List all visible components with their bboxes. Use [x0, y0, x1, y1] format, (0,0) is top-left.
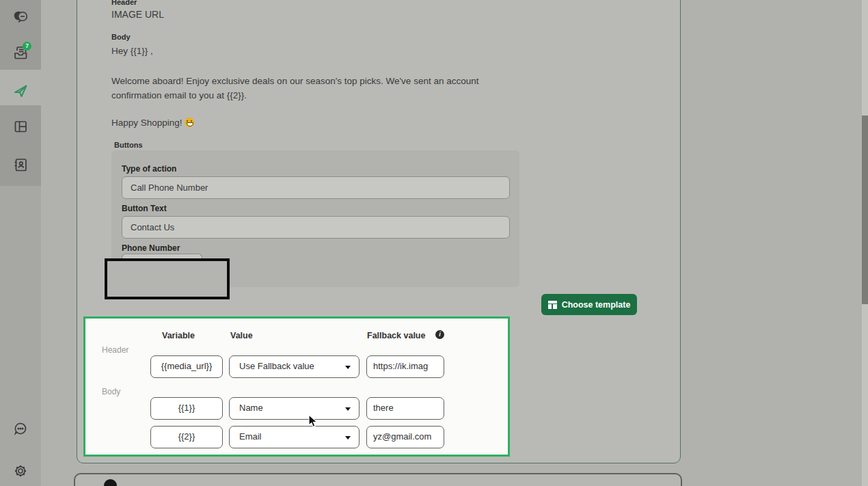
section-label-body: Body — [102, 387, 120, 396]
redaction-box — [105, 258, 230, 299]
app-root: 7 — [0, 0, 868, 486]
layout-board-icon[interactable] — [12, 118, 29, 135]
button-text-label: Button Text — [122, 204, 167, 213]
gear-icon[interactable] — [12, 463, 29, 479]
column-header-value: Value — [230, 331, 253, 340]
fallback-input-2[interactable]: yz@gmail.com — [366, 426, 444, 448]
value-select-media-url-text: Use Fallback value — [239, 361, 314, 371]
value-select-2-text: Email — [239, 431, 262, 442]
chevron-down-icon — [345, 436, 351, 440]
variables-mapping-panel: Variable Value Fallback value i Header {… — [83, 316, 510, 457]
chevron-down-icon — [345, 366, 351, 369]
body-closing-text: Happy Shopping! — [111, 118, 182, 128]
sidebar-group-middle — [0, 105, 41, 186]
scrollbar-thumb[interactable] — [862, 116, 868, 304]
phone-number-label: Phone Number — [122, 243, 180, 253]
value-select-media-url[interactable]: Use Fallback value — [229, 355, 360, 378]
type-of-action-field[interactable]: Call Phone Number — [122, 176, 510, 199]
value-select-2[interactable]: Email — [229, 426, 360, 448]
variable-input-2[interactable]: {{2}} — [150, 426, 223, 448]
chat-bubbles-icon[interactable] — [12, 8, 29, 25]
variable-input-1[interactable]: {{1}} — [150, 397, 223, 420]
body-greeting: Hey {{1}} , — [111, 46, 153, 56]
fallback-input-media-url[interactable]: https://ik.imag — [366, 355, 444, 378]
mouse-cursor — [308, 414, 318, 431]
type-of-action-label: Type of action — [122, 164, 176, 174]
template-grid-icon — [548, 301, 557, 309]
buttons-section-label: Buttons — [114, 141, 143, 149]
header-value: IMAGE URL — [111, 9, 164, 20]
body-section-label: Body — [111, 33, 131, 41]
step-indicator-dot — [104, 479, 117, 486]
header-section-label: Header — [111, 0, 137, 6]
fallback-input-1[interactable]: there — [366, 397, 444, 420]
sidebar: 7 — [0, 0, 41, 486]
choose-template-button[interactable]: Choose template — [541, 294, 637, 315]
inbox-message-icon[interactable]: 7 — [12, 44, 29, 61]
info-icon[interactable]: i — [435, 330, 444, 339]
grinning-emoji — [185, 118, 194, 127]
body-paragraph: Welcome aboard! Enjoy exclusive deals on… — [111, 74, 511, 103]
value-select-1-text: Name — [239, 403, 263, 413]
column-header-variable: Variable — [162, 331, 195, 340]
address-book-icon[interactable] — [12, 157, 29, 173]
chevron-down-icon — [345, 407, 351, 411]
value-select-1[interactable]: Name — [229, 397, 360, 420]
chat-dots-icon[interactable] — [12, 420, 29, 437]
inbox-badge: 7 — [23, 42, 31, 51]
body-closing: Happy Shopping! — [111, 118, 194, 128]
next-section-card — [74, 473, 682, 486]
send-plane-icon[interactable] — [12, 83, 29, 99]
column-header-fallback: Fallback value — [367, 331, 425, 340]
choose-template-label: Choose template — [562, 300, 631, 310]
button-text-field[interactable]: Contact Us — [122, 216, 510, 239]
section-label-header: Header — [102, 345, 128, 355]
variable-input-media-url[interactable]: {{media_url}} — [150, 355, 223, 378]
